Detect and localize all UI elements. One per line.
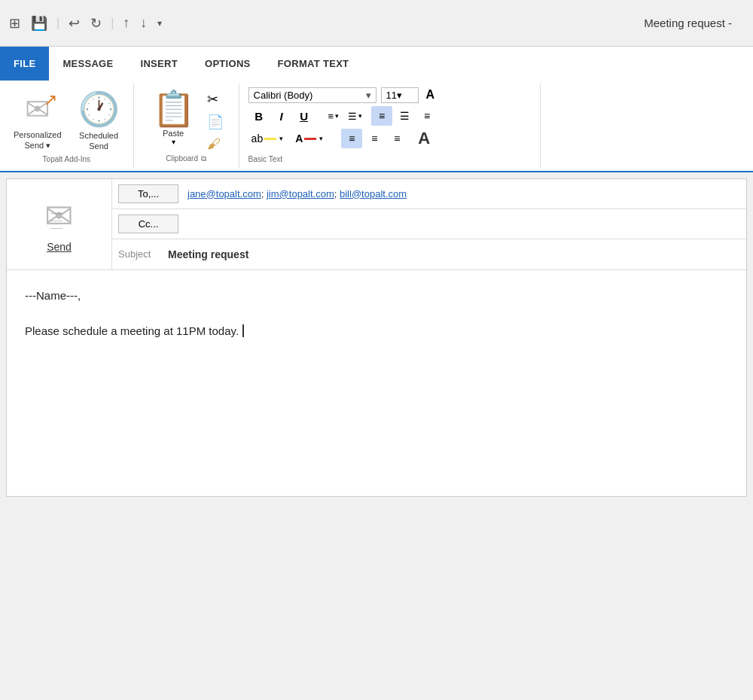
down-arrow-icon[interactable]: ↓ (137, 14, 150, 32)
subject-row: Subject Meeting request (112, 239, 746, 269)
save-icon[interactable]: 💾 (28, 14, 50, 33)
numbered-list-button[interactable]: ☰ ▾ (345, 110, 365, 123)
align-buttons: ≡ ☰ ≡ (371, 106, 437, 126)
numbered-list-icon: ☰ (348, 111, 357, 122)
highlight-underline (264, 138, 276, 140)
clipboard-label: Clipboard ⧉ (166, 154, 206, 165)
clipboard-group: 📋 Paste ▾ ✂ 📄 🖌 Clipboard ⧉ (134, 84, 239, 168)
scheduled-send-label: ScheduledSend (79, 130, 118, 152)
send-envelope-icon: ✉ —————— (44, 196, 74, 236)
font-row: Calibri (Body) ▾ 11 ▾ A (248, 87, 531, 103)
align-left-bottom-button[interactable]: ≡ (341, 129, 362, 148)
font-family-value: Calibri (Body) (254, 90, 313, 101)
paste-button[interactable]: 📋 Paste ▾ (146, 87, 201, 148)
tab-format-text[interactable]: FORMAT TEXT (264, 47, 363, 81)
font-family-selector[interactable]: Calibri (Body) ▾ (248, 87, 376, 103)
align-center-bottom-button[interactable]: ≡ (364, 129, 385, 148)
highlight-arrow: ▾ (279, 135, 283, 142)
send-button[interactable]: Send (47, 241, 72, 253)
personalized-send-label: PersonalizedSend ▾ (14, 129, 62, 151)
grow-font-button[interactable]: A (423, 87, 438, 103)
clipboard-expand-icon[interactable]: ⧉ (201, 154, 206, 163)
bullet-list-arrow: ▾ (335, 112, 339, 120)
font-color-underline (304, 138, 316, 140)
bottom-align-row: ≡ ≡ ≡ (341, 129, 407, 148)
clock-icon: 🕐 (78, 90, 120, 129)
undo-icon[interactable]: ↩ (66, 14, 83, 33)
copy-button[interactable]: 📄 (204, 112, 227, 132)
font-size-arrow: ▾ (397, 90, 402, 101)
body-line3: Please schedule a meeting at 11PM today. (25, 321, 728, 341)
paste-icon: 📋 (152, 88, 195, 129)
font-color-arrow: ▾ (319, 135, 323, 142)
paste-dropdown-arrow: ▾ (172, 138, 175, 146)
font-family-arrow: ▾ (366, 90, 371, 101)
font-color-button[interactable]: A ▾ (292, 131, 326, 146)
tab-insert[interactable]: INSERT (127, 47, 191, 81)
numbered-list-arrow: ▾ (358, 112, 362, 120)
align-center-button[interactable]: ☰ (394, 106, 415, 126)
quick-access-toolbar: ⊞ 💾 | ↩ ↻ | ↑ ↓ ▾ (6, 14, 644, 33)
scheduled-send-button[interactable]: 🕐 ScheduledSend (72, 87, 126, 155)
bold-button[interactable]: B (248, 106, 270, 126)
highlight-button[interactable]: ab ▾ (248, 131, 287, 146)
to-bill: bill@topalt.com (340, 188, 407, 199)
format-painter-button[interactable]: 🖌 (204, 135, 227, 154)
personalized-send-button[interactable]: ✉ ↗ PersonalizedSend ▾ (8, 87, 68, 154)
bullet-list-icon: ≡ (328, 111, 334, 122)
compose-area: ✉ —————— Send To,... jane@topalt.com; ji… (6, 178, 747, 497)
list-row-top: ≡ ▾ ☰ ▾ (325, 110, 366, 123)
italic-button[interactable]: I (271, 106, 292, 126)
send-panel: ✉ —————— Send (7, 179, 112, 269)
large-a-icon: A (418, 129, 430, 148)
bullet-list-button[interactable]: ≡ ▾ (325, 110, 343, 123)
ribbon: ✉ ↗ PersonalizedSend ▾ 🕐 ScheduledSend T… (0, 81, 753, 172)
ribbon-tab-bar: FILE MESSAGE INSERT OPTIONS FORMAT TEXT (0, 47, 753, 81)
title-bar: ⊞ 💾 | ↩ ↻ | ↑ ↓ ▾ Meeting request - (0, 0, 753, 47)
body-text: Please schedule a meeting at 11PM today. (25, 324, 239, 337)
font-size-value: 11 (386, 90, 397, 101)
topalt-buttons: ✉ ↗ PersonalizedSend ▾ 🕐 ScheduledSend (8, 87, 126, 155)
to-jane: jane@topalt.com (187, 188, 261, 199)
underline-button[interactable]: U (294, 106, 315, 126)
separator: | (56, 17, 59, 30)
fields-panel: To,... jane@topalt.com; jim@topalt.com; … (112, 179, 746, 269)
cursor (239, 324, 244, 337)
body-line1: ---Name---, (25, 285, 728, 306)
separator2: | (111, 17, 114, 30)
to-row: To,... jane@topalt.com; jim@topalt.com; … (112, 179, 746, 209)
basic-text-label: Basic Text (248, 155, 282, 165)
grid-icon[interactable]: ⊞ (6, 14, 23, 33)
tab-message[interactable]: MESSAGE (49, 47, 127, 81)
align-right-button[interactable]: ≡ (416, 106, 437, 126)
topalt-addins-group: ✉ ↗ PersonalizedSend ▾ 🕐 ScheduledSend T… (0, 84, 134, 168)
redo-icon[interactable]: ↻ (87, 14, 105, 33)
subject-label: Subject (112, 245, 165, 263)
to-value[interactable]: jane@topalt.com; jim@topalt.com; bill@to… (184, 185, 746, 202)
tab-file[interactable]: FILE (0, 47, 49, 81)
font-color-icon: A (295, 132, 303, 145)
cc-row: Cc... (112, 209, 746, 239)
cc-button[interactable]: Cc... (118, 215, 178, 233)
compose-body[interactable]: ---Name---, Please schedule a meeting at… (7, 270, 746, 496)
align-left-button[interactable]: ≡ (371, 106, 392, 126)
to-button[interactable]: To,... (118, 184, 178, 203)
subject-value[interactable]: Meeting request (165, 245, 746, 263)
up-arrow-icon[interactable]: ↑ (120, 14, 133, 32)
tab-options[interactable]: OPTIONS (191, 47, 264, 81)
cut-button[interactable]: ✂ (204, 90, 227, 109)
clipboard-small-buttons: ✂ 📄 🖌 (204, 90, 227, 154)
font-size-selector[interactable]: 11 ▾ (381, 87, 419, 103)
align-right-bottom-button[interactable]: ≡ (386, 129, 407, 148)
highlight-icon: ab (252, 132, 264, 145)
customize-icon[interactable]: ▾ (154, 17, 165, 30)
envelope-lines: —————— (50, 209, 62, 233)
basic-text-content: Calibri (Body) ▾ 11 ▾ A B I U ≡ (248, 87, 531, 148)
compose-header: ✉ —————— Send To,... jane@topalt.com; ji… (7, 179, 746, 270)
list-buttons: ≡ ▾ ☰ ▾ (325, 110, 366, 123)
cc-value[interactable] (184, 221, 746, 227)
color-row: ab ▾ A ▾ ≡ ≡ ≡ A (248, 129, 531, 148)
window-title: Meeting request - (644, 17, 747, 29)
basic-text-group: Calibri (Body) ▾ 11 ▾ A B I U ≡ (239, 84, 541, 168)
format-row: B I U ≡ ▾ ☰ ▾ (248, 106, 531, 126)
